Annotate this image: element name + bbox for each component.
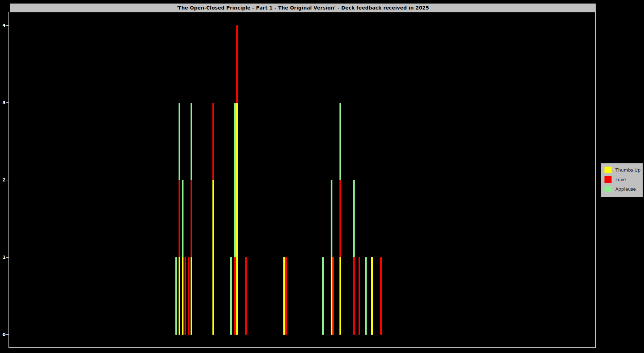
bar-thumbs_up <box>191 257 192 335</box>
legend-label: Love <box>615 177 626 182</box>
bar-applause <box>365 257 367 335</box>
love-swatch-icon <box>604 176 612 183</box>
chart-figure: 'The Open-Closed Principle - Part 1 - Th… <box>0 0 644 353</box>
y-tick-label: 0 <box>0 332 6 337</box>
bar-thumbs_up <box>182 257 183 335</box>
y-tick-label: 4 <box>0 23 6 28</box>
legend-item-applause: Applause <box>604 185 640 193</box>
y-tick-mark <box>6 257 9 258</box>
bar-thumbs_up <box>331 257 332 335</box>
applause-swatch-icon <box>604 186 612 192</box>
legend: Thumbs Up Love Applause <box>601 163 643 197</box>
y-tick-mark <box>6 102 9 103</box>
bar-love <box>380 257 382 335</box>
chart-title: 'The Open-Closed Principle - Part 1 - Th… <box>176 5 429 11</box>
bar-thumbs_up <box>371 257 373 335</box>
y-tick-mark <box>6 25 9 26</box>
y-tick-mark <box>6 334 9 335</box>
bar-thumbs_up <box>179 257 180 335</box>
bar-thumbs_up <box>283 257 285 335</box>
bar-love <box>332 257 334 335</box>
legend-item-thumbs-up: Thumbs Up <box>604 166 640 174</box>
bar-love <box>188 257 189 335</box>
y-tick-mark <box>6 180 9 180</box>
thumbs-up-swatch-icon <box>604 167 612 173</box>
y-tick-label: 2 <box>0 177 6 183</box>
bar-love <box>359 257 360 335</box>
bar-thumbs_up <box>236 103 238 335</box>
y-tick-label: 3 <box>0 100 6 106</box>
bar-love <box>285 257 287 335</box>
bar-thumbs_up <box>339 257 341 335</box>
legend-label: Thumbs Up <box>615 167 640 173</box>
bar-love <box>245 257 247 335</box>
plot-area <box>8 12 596 348</box>
legend-item-love: Love <box>604 176 640 183</box>
bar-thumbs_up <box>212 180 214 335</box>
chart-title-bar: 'The Open-Closed Principle - Part 1 - Th… <box>10 4 596 12</box>
legend-label: Applause <box>615 186 636 192</box>
bar-applause <box>322 257 324 335</box>
y-tick-label: 1 <box>0 255 6 260</box>
bar-love <box>185 257 186 335</box>
bar-applause <box>230 257 232 335</box>
bar-love <box>353 257 355 335</box>
bar-applause <box>175 257 177 335</box>
